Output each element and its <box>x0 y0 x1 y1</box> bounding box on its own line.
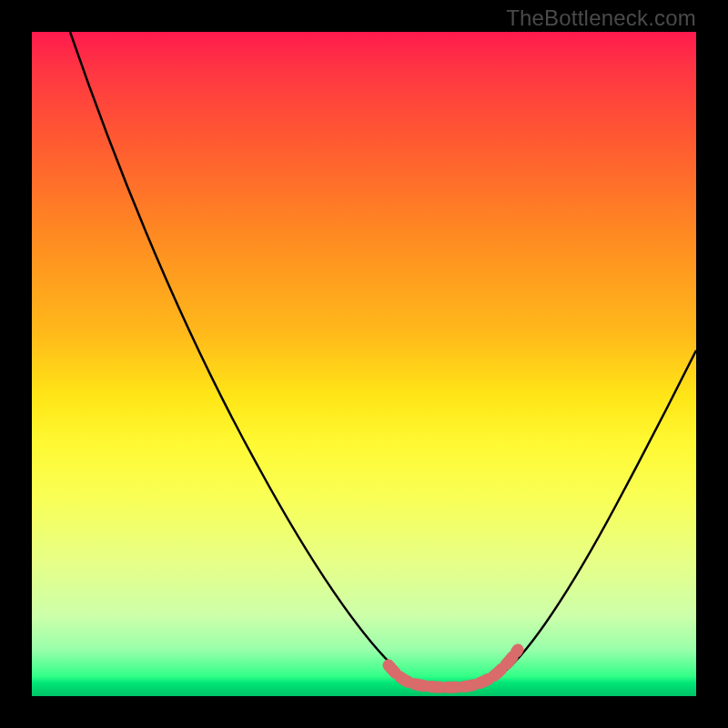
highlight-band <box>389 650 518 687</box>
chart-frame: TheBottleneck.com <box>0 0 728 728</box>
plot-area <box>32 32 696 696</box>
chart-svg <box>32 32 696 696</box>
watermark-text: TheBottleneck.com <box>506 5 696 31</box>
bottleneck-curve <box>70 32 696 686</box>
